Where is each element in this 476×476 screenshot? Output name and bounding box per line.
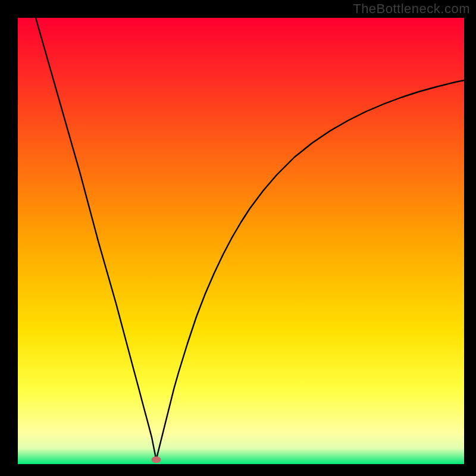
chart-frame: TheBottleneck.com [0, 0, 476, 476]
chart-svg [0, 0, 476, 476]
min-marker [152, 456, 161, 463]
watermark-text: TheBottleneck.com [353, 1, 470, 17]
plot-background [18, 18, 464, 464]
